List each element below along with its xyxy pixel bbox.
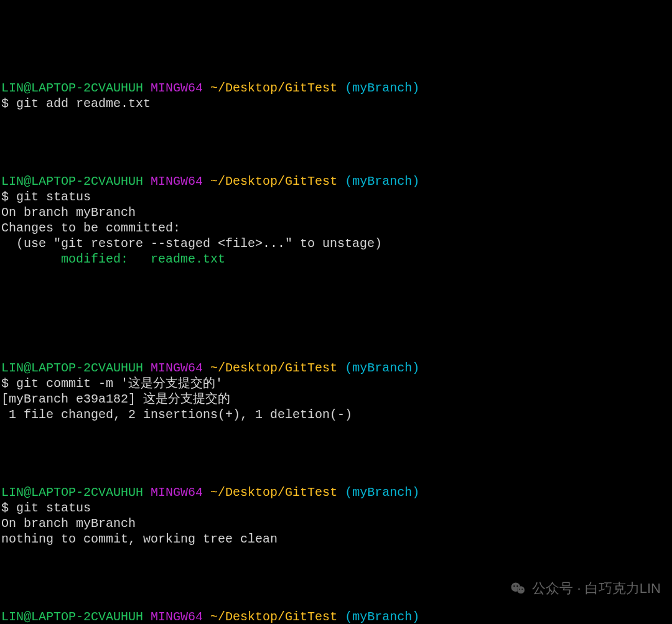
terminal-section-5: LIN@LAPTOP-2CVAUHUH MINGW64 ~/Desktop/Gi… (1, 594, 671, 624)
watermark-text: 公众号 · 白巧克力LIN (532, 580, 661, 597)
svg-point-4 (517, 585, 518, 587)
svg-point-6 (522, 589, 523, 590)
watermark: 公众号 · 白巧克力LIN (510, 580, 661, 597)
status-changes: Changes to be committed: (1, 221, 180, 235)
dollar-sign: $ (1, 376, 16, 391)
commit-result-hash: [myBranch e39a182] (1, 392, 143, 406)
command-text[interactable]: git commit -m '这是分支提交的' (16, 376, 223, 391)
prompt-path: ~/Desktop/GitTest (210, 485, 337, 500)
prompt-path: ~/Desktop/GitTest (210, 610, 337, 624)
prompt-user: LIN@LAPTOP-2CVAUHUH (1, 485, 143, 500)
dollar-sign: $ (1, 501, 16, 515)
prompt-branch: (myBranch) (345, 610, 419, 624)
terminal-section-3: LIN@LAPTOP-2CVAUHUH MINGW64 ~/Desktop/Gi… (1, 345, 671, 422)
status-clean: nothing to commit, working tree clean (1, 532, 278, 546)
dollar-sign: $ (1, 96, 16, 111)
prompt-env: MINGW64 (151, 81, 203, 95)
prompt-user: LIN@LAPTOP-2CVAUHUH (1, 81, 143, 95)
terminal-section-2: LIN@LAPTOP-2CVAUHUH MINGW64 ~/Desktop/Gi… (1, 158, 671, 267)
commit-result-msg: 这是分支提交的 (143, 392, 230, 406)
status-modified: modified: readme.txt (1, 252, 225, 266)
status-on-branch: On branch myBranch (1, 516, 136, 531)
commit-stats: 1 file changed, 2 insertions(+), 1 delet… (1, 407, 352, 422)
prompt-user: LIN@LAPTOP-2CVAUHUH (1, 610, 143, 624)
wechat-icon (510, 580, 527, 597)
prompt-user: LIN@LAPTOP-2CVAUHUH (1, 174, 143, 189)
command-text[interactable]: git add readme.txt (16, 96, 151, 111)
prompt-env: MINGW64 (151, 361, 203, 375)
prompt-branch: (myBranch) (345, 361, 419, 375)
prompt-env: MINGW64 (151, 485, 203, 500)
status-hint: (use "git restore --staged <file>..." to… (1, 236, 382, 251)
terminal-section-4: LIN@LAPTOP-2CVAUHUH MINGW64 ~/Desktop/Gi… (1, 469, 671, 547)
command-text[interactable]: git status (16, 190, 91, 204)
terminal-section-1: LIN@LAPTOP-2CVAUHUH MINGW64 ~/Desktop/Gi… (1, 65, 671, 111)
prompt-branch: (myBranch) (345, 174, 419, 189)
command-text[interactable]: git status (16, 501, 91, 515)
prompt-path: ~/Desktop/GitTest (210, 361, 337, 375)
status-on-branch: On branch myBranch (1, 205, 136, 220)
prompt-env: MINGW64 (151, 174, 203, 189)
prompt-path: ~/Desktop/GitTest (210, 81, 337, 95)
prompt-user: LIN@LAPTOP-2CVAUHUH (1, 361, 143, 375)
prompt-branch: (myBranch) (345, 81, 419, 95)
dollar-sign: $ (1, 190, 16, 204)
svg-point-3 (514, 585, 515, 587)
svg-point-5 (520, 589, 521, 590)
prompt-path: ~/Desktop/GitTest (210, 174, 337, 189)
svg-point-2 (518, 586, 525, 594)
prompt-branch: (myBranch) (345, 485, 419, 500)
prompt-env: MINGW64 (151, 610, 203, 624)
